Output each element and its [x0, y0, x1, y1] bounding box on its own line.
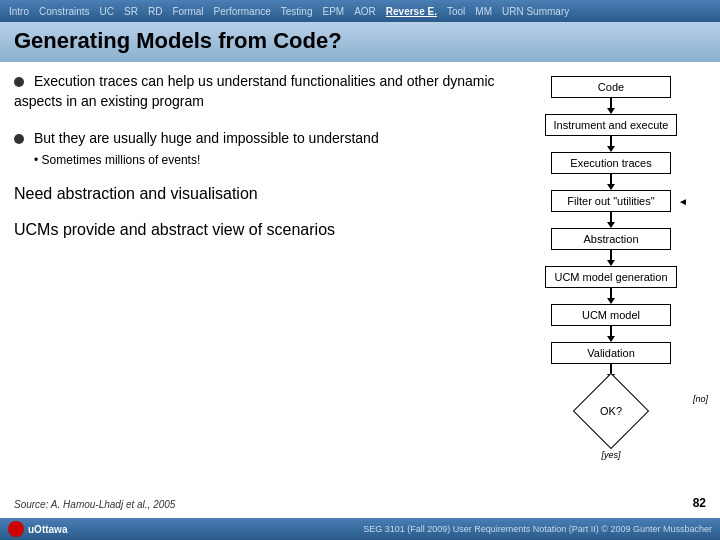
nav-item-uc[interactable]: UC [97, 5, 117, 18]
nav-item-performance[interactable]: Performance [211, 5, 274, 18]
footer: uOttawa SEG 3101 (Fall 2009) User Requir… [0, 518, 720, 540]
nav-item-rd[interactable]: RD [145, 5, 165, 18]
left-column: Execution traces can help us understand … [14, 72, 506, 442]
footer-course-info: SEG 3101 (Fall 2009) User Requirements N… [363, 524, 712, 534]
flowchart-arrow-7 [607, 326, 615, 342]
nav-item-formal[interactable]: Formal [169, 5, 206, 18]
bullet-item-3: Need abstraction and visualisation [14, 185, 506, 203]
flowchart-diamond-ok: OK? [573, 373, 649, 449]
yes-label: [yes] [601, 450, 620, 460]
bullet-item-2-container: But they are usually huge and impossible… [14, 129, 506, 167]
nav-item-constraints[interactable]: Constraints [36, 5, 93, 18]
yes-arrow-container: [yes] [516, 442, 706, 460]
top-navigation: Intro Constraints UC SR RD Formal Perfor… [0, 0, 720, 22]
bullet-text-3: Need abstraction and visualisation [14, 185, 258, 202]
flowchart-box-ucm-model: UCM model [551, 304, 671, 326]
bullet-item-1: Execution traces can help us understand … [14, 72, 506, 111]
nav-item-epm[interactable]: EPM [319, 5, 347, 18]
nav-item-urn[interactable]: URN Summary [499, 5, 572, 18]
flowchart-arrow-3 [607, 174, 615, 190]
flowchart-arrow-2 [607, 136, 615, 152]
feedback-indicator: ◄ [678, 196, 688, 207]
page-title: Generating Models from Code? [14, 28, 706, 54]
bottom-area: Source: A. Hamou-Lhadj et al., 2005 82 [0, 492, 720, 514]
flowchart-box-code: Code [551, 76, 671, 98]
right-column: Code Instrument and execute Execution tr… [516, 72, 706, 442]
footer-logo: uOttawa [8, 521, 67, 537]
flowchart-arrow-6 [607, 288, 615, 304]
nav-item-tool[interactable]: Tool [444, 5, 468, 18]
nav-item-aor[interactable]: AOR [351, 5, 379, 18]
uottawa-logo-icon [8, 521, 24, 537]
bullet-item-2: But they are usually huge and impossible… [14, 129, 506, 149]
flowchart-arrow-5 [607, 250, 615, 266]
bullet-dot-1 [14, 77, 24, 87]
flowchart-arrow-1 [607, 98, 615, 114]
flowchart-box-validation: Validation [551, 342, 671, 364]
page-number: 82 [693, 496, 706, 510]
flowchart-box-filter: Filter out "utilities" ◄ [551, 190, 671, 212]
bullet-item-4: UCMs provide and abstract view of scenar… [14, 221, 506, 239]
nav-item-testing[interactable]: Testing [278, 5, 316, 18]
source-text: Source: A. Hamou-Lhadj et al., 2005 [14, 499, 175, 510]
bullet-text-2: But they are usually huge and impossible… [34, 130, 379, 146]
diamond-label: OK? [600, 405, 622, 417]
nav-item-sr[interactable]: SR [121, 5, 141, 18]
flowchart-box-traces: Execution traces [551, 152, 671, 174]
flowchart: Code Instrument and execute Execution tr… [516, 76, 706, 460]
title-bar: Generating Models from Code? [0, 22, 720, 62]
main-content: Execution traces can help us understand … [0, 62, 720, 442]
bullet-text-4: UCMs provide and abstract view of scenar… [14, 221, 335, 238]
nav-item-intro[interactable]: Intro [6, 5, 32, 18]
flowchart-diamond-container: OK? [no] [516, 380, 706, 442]
nav-item-reverse[interactable]: Reverse E. [383, 5, 440, 18]
flowchart-box-instrument: Instrument and execute [545, 114, 678, 136]
footer-logo-text: uOttawa [28, 524, 67, 535]
flowchart-box-abstraction: Abstraction [551, 228, 671, 250]
bullet-text-1: Execution traces can help us understand … [14, 73, 495, 109]
bullet-dot-2 [14, 134, 24, 144]
flowchart-box-ucm-gen: UCM model generation [545, 266, 676, 288]
no-label: [no] [693, 394, 708, 404]
sub-bullet-1: Sometimes millions of events! [34, 153, 506, 167]
flowchart-arrow-4 [607, 212, 615, 228]
nav-item-mm[interactable]: MM [472, 5, 495, 18]
